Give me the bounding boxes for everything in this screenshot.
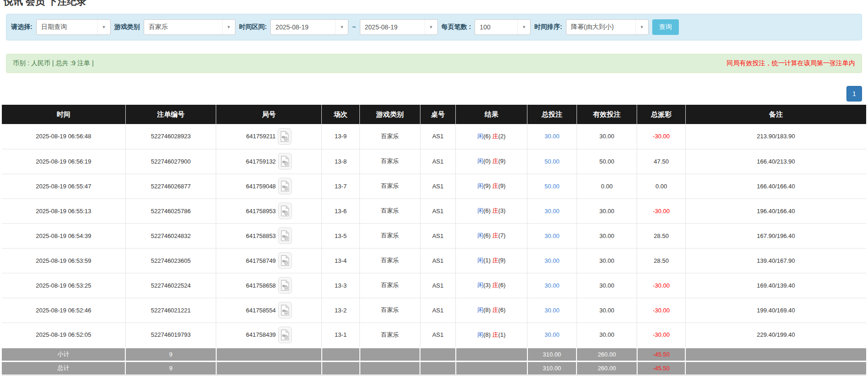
result-banker: 庄	[492, 182, 498, 189]
header-time: 时间	[2, 105, 125, 124]
cell-payout: 47.50	[637, 149, 685, 174]
page-button-1[interactable]: 1	[846, 86, 862, 102]
round-id-text: 641759132	[246, 158, 276, 165]
chevron-down-icon: ▼	[425, 20, 437, 34]
cell-total-bet[interactable]: 30.00	[527, 273, 577, 298]
chevron-down-icon: ▼	[335, 20, 348, 34]
round-id-text: 641758853	[246, 232, 276, 239]
page-size-label: 每页笔数 :	[442, 23, 471, 31]
result-banker-score: (7)	[498, 232, 505, 239]
cell-bet-id: 522746019793	[125, 323, 216, 347]
total-row: 总计 9 310.00 260.00 -45.50	[2, 361, 866, 375]
cell-remark: 213.90/183.90	[685, 124, 866, 149]
header-game-type: 游戏类别	[360, 105, 420, 124]
cell-result: 闲(8) 庄(6)	[456, 298, 527, 323]
cell-remark: 229.40/199.40	[685, 323, 866, 347]
subtotal-row: 小计 9 310.00 260.00 -45.50	[2, 347, 866, 361]
result-banker-score: (6)	[498, 282, 505, 289]
video-replay-button[interactable]	[278, 302, 292, 318]
cell-time: 2025-08-19 06:54:39	[2, 223, 125, 248]
header-remark: 备注	[685, 105, 866, 124]
cell-payout: 28.50	[637, 223, 685, 248]
game-type-select[interactable]: 百家乐 ▼	[144, 19, 235, 35]
query-type-value: 日期查询	[37, 20, 97, 34]
table-header: 时间 注单编号 局号 场次 游戏类别 桌号 结果 总投注 有效投注 总派彩 备注	[2, 105, 866, 124]
bet-records-table: 时间 注单编号 局号 场次 游戏类别 桌号 结果 总投注 有效投注 总派彩 备注…	[2, 105, 866, 376]
subtotal-total-bet: 310.00	[527, 347, 577, 361]
page-size-select[interactable]: 100 ▼	[475, 19, 531, 35]
table-row: 2025-08-19 06:53:25 522746022524 6417586…	[2, 273, 866, 298]
result-banker: 庄	[492, 133, 498, 140]
game-type-value: 百家乐	[144, 20, 222, 34]
video-replay-button[interactable]	[278, 128, 291, 145]
cell-bet-id: 522746024832	[125, 223, 216, 248]
video-replay-button[interactable]	[278, 153, 292, 170]
video-replay-button[interactable]	[278, 178, 292, 194]
date-from-select[interactable]: 2025-08-19 ▼	[270, 19, 348, 35]
video-replay-button[interactable]	[278, 327, 292, 343]
total-payout: -45.50	[637, 361, 685, 375]
query-type-select[interactable]: 日期查询 ▼	[36, 19, 111, 35]
result-banker-score: (9)	[498, 257, 505, 264]
valid-bet-notice: 同局有效投注，统一计算在该局第一张注单内	[727, 59, 855, 68]
cell-payout: 28.50	[637, 248, 685, 273]
result-player-score: (0)	[483, 158, 491, 164]
date-to-select[interactable]: 2025-08-19 ▼	[360, 19, 438, 35]
cell-total-bet[interactable]: 30.00	[527, 124, 577, 149]
header-total-bet: 总投注	[527, 105, 577, 124]
cell-total-bet[interactable]: 30.00	[527, 198, 577, 223]
result-banker: 庄	[492, 331, 498, 338]
result-banker: 庄	[492, 158, 498, 164]
time-sort-select[interactable]: 降幂(由大到小) ▼	[566, 19, 649, 35]
round-id-text: 641758953	[246, 208, 276, 215]
round-id-text: 641759048	[246, 183, 276, 190]
cell-total-bet[interactable]: 50.00	[527, 149, 577, 174]
cell-total-bet[interactable]: 30.00	[527, 223, 577, 248]
cell-total-bet[interactable]: 30.00	[527, 298, 577, 323]
result-player-score: (6)	[483, 133, 491, 140]
date-range-label: 时间区间:	[239, 23, 267, 31]
video-file-icon	[280, 305, 290, 316]
date-to-value: 2025-08-19	[360, 20, 425, 34]
cell-session: 13-8	[322, 149, 360, 174]
cell-result: 闲(8) 庄(1)	[456, 323, 527, 347]
cell-time: 2025-08-19 06:53:25	[2, 273, 125, 298]
cell-bet-id: 522746021221	[125, 298, 216, 323]
cell-total-bet[interactable]: 30.00	[527, 323, 577, 347]
video-replay-button[interactable]	[278, 252, 292, 269]
filter-bar: 请选择: 日期查询 ▼ 游戏类别 百家乐 ▼ 时间区间: 2025-08-19 …	[6, 14, 862, 40]
cell-table-no: AS1	[420, 323, 455, 347]
cell-bet-id: 522746027900	[125, 149, 216, 174]
cell-game-type: 百家乐	[360, 174, 420, 198]
subtotal-payout: -45.50	[637, 347, 685, 361]
video-replay-button[interactable]	[278, 203, 292, 219]
cell-session: 13-7	[322, 174, 360, 198]
table-row: 2025-08-19 06:55:47 522746026877 6417590…	[2, 174, 866, 198]
table-row: 2025-08-19 06:53:59 522746023605 6417587…	[2, 248, 866, 273]
cell-bet-id: 522746023605	[125, 248, 216, 273]
cell-game-type: 百家乐	[360, 223, 420, 248]
cell-bet-id: 522746026877	[125, 174, 216, 198]
cell-round-id: 641758439	[216, 323, 322, 347]
cell-payout: -30.00	[637, 273, 685, 298]
table-row: 2025-08-19 06:55:13 522746025786 6417589…	[2, 198, 866, 223]
cell-payout: 0.00	[637, 174, 685, 198]
summary-bar: 币别 : 人民币 | 总共 :9 注单 | 同局有效投注，统一计算在该局第一张注…	[6, 54, 862, 73]
video-file-icon	[280, 329, 290, 340]
cell-total-bet[interactable]: 50.00	[527, 174, 577, 198]
result-player-score: (6)	[483, 232, 491, 239]
video-replay-button[interactable]	[278, 227, 292, 244]
video-replay-button[interactable]	[278, 277, 292, 294]
cell-total-bet[interactable]: 30.00	[527, 248, 577, 273]
cell-round-id: 641758749	[216, 248, 322, 273]
round-id-text: 641758658	[246, 282, 276, 289]
cell-game-type: 百家乐	[360, 124, 420, 149]
cell-valid-bet: 30.00	[577, 223, 637, 248]
result-player-score: (6)	[483, 207, 491, 214]
round-id-text: 641759211	[246, 133, 275, 140]
result-player: 闲	[477, 306, 483, 313]
chevron-down-icon: ▼	[97, 20, 110, 34]
query-button[interactable]: 查询	[652, 19, 679, 35]
chevron-down-icon: ▼	[635, 20, 648, 34]
cell-round-id: 641758658	[216, 273, 322, 298]
